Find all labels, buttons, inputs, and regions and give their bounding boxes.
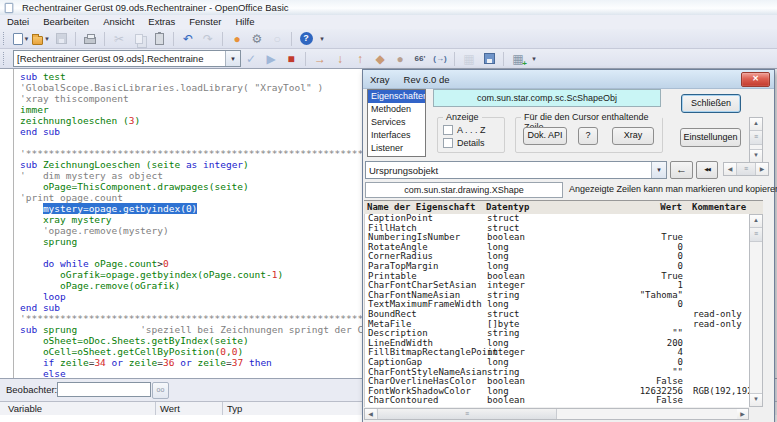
open-folder-icon[interactable]: ▼ (32, 30, 50, 47)
watch-glasses-icon[interactable]: oo (152, 382, 169, 399)
toolbar-overflow-icon[interactable]: ▾ (529, 50, 539, 67)
scroll-thumb[interactable]: ≡ (750, 228, 762, 242)
property-row[interactable]: TextMaximumFrameWidthlong0 (365, 300, 750, 310)
help-icon[interactable]: ? (297, 30, 315, 47)
step-over-icon: → (314, 53, 326, 65)
code-token: test (37, 71, 66, 82)
watch-col-typ[interactable]: Typ (227, 403, 242, 414)
menu-extras[interactable]: Extras (141, 15, 182, 29)
category-listener[interactable]: Listener (368, 142, 425, 155)
run-icon[interactable]: ▶ (262, 50, 280, 67)
checkbox-icon[interactable] (443, 125, 453, 135)
toolbar-grip[interactable] (3, 32, 7, 45)
scroll-left-icon[interactable]: ◀ (724, 163, 736, 175)
category-interfaces[interactable]: Interfaces (368, 129, 425, 142)
dok-api-button[interactable]: Dok. API (523, 127, 567, 145)
scroll-up-icon[interactable]: ▲ (750, 118, 762, 131)
table-scrollbar[interactable]: ▲ ≡ ▼ (749, 214, 763, 407)
dialog-scrollbar[interactable]: ▲ ≡ ▼ (749, 117, 763, 163)
schliessen-button[interactable]: Schließen (681, 94, 741, 113)
sort-az-checkbox[interactable]: A . . . Z (443, 125, 486, 135)
scroll-right-icon[interactable]: ▶ (737, 409, 748, 419)
step-into-icon[interactable]: ↓ (331, 50, 349, 67)
menu-datei[interactable]: Datei (0, 15, 36, 29)
watch-col-variable[interactable]: Variable (8, 403, 42, 414)
paste-icon (155, 33, 164, 45)
toolbar-overflow-icon[interactable]: ▾ (317, 30, 327, 47)
einstellungen-button[interactable]: Einstellungen (680, 128, 741, 147)
category-methoden[interactable]: Methoden (368, 103, 425, 116)
category-services[interactable]: Services (368, 116, 425, 129)
toolbar-separator (222, 32, 223, 46)
cut-icon[interactable]: ✂ (110, 30, 128, 47)
xray-title-bar[interactable]: Xray Rev 6.0 de (363, 70, 774, 89)
help-question-button[interactable]: ? (578, 127, 598, 145)
chevron-down-icon[interactable]: ▼ (44, 36, 50, 42)
undo-icon[interactable]: ↶ (179, 30, 197, 47)
breakpoint-gutter[interactable] (0, 69, 14, 379)
module-selector[interactable]: [Rechentrainer Gerüst 09.ods].Rechentrai… (13, 50, 241, 67)
inspected-class-field[interactable]: com.sun.star.comp.sc.ScShapeObj (433, 89, 661, 107)
watch-col-wert[interactable]: Wert (160, 403, 180, 414)
checkbox-icon[interactable] (443, 138, 453, 148)
manage-breakpoints-icon[interactable]: ● (391, 50, 409, 67)
property-name: CharContoured (368, 396, 438, 406)
property-row[interactable]: CaptionPointstruct (365, 214, 750, 224)
scroll-left-icon[interactable]: ◀ (365, 409, 376, 419)
property-row[interactable]: FillBitmapRectanglePointinteger4 (365, 348, 750, 358)
copy-icon[interactable] (130, 30, 148, 47)
menu-fenster[interactable]: Fenster (182, 15, 228, 29)
interface-name-field[interactable]: com.sun.star.drawing.XShape (365, 182, 563, 198)
column-divider[interactable] (222, 402, 223, 415)
table-horizontal-scrollbar[interactable]: ◀ ≡ ▶ (364, 408, 749, 420)
step-over-icon[interactable]: → (311, 50, 329, 67)
toolbar-grip[interactable] (3, 52, 7, 65)
category-eigenschaften[interactable]: Eigenschaften (368, 90, 425, 103)
watch-input[interactable] (57, 382, 151, 397)
chevron-down-icon[interactable]: ▼ (651, 162, 666, 178)
gallery-icon[interactable]: ○ (268, 30, 286, 47)
new-document-icon[interactable]: ▼ (12, 30, 30, 47)
save-icon[interactable] (52, 30, 70, 47)
save-source-icon[interactable] (480, 50, 498, 67)
stop-icon[interactable]: ■ (282, 50, 300, 67)
scroll-thumb[interactable]: ≡ (377, 409, 557, 419)
chevron-down-icon[interactable]: ▼ (225, 51, 240, 66)
compile-icon[interactable]: ✓ (242, 50, 260, 67)
mini-scrollbar[interactable]: ◀ ≡ ▶ (723, 162, 769, 176)
redo-icon[interactable]: ↷ (199, 30, 217, 47)
plus-badge-icon: + (522, 60, 527, 67)
step-out-icon[interactable]: ↑ (351, 50, 369, 67)
property-table-body[interactable]: CaptionPointstructFillHatchstructNumberi… (364, 214, 750, 407)
menu-bearbeiten[interactable]: Bearbeiten (36, 15, 96, 29)
column-divider[interactable] (155, 402, 156, 415)
gear-icon[interactable]: ⚙ (248, 30, 266, 47)
property-row[interactable]: CharContouredbooleanFalse (365, 396, 750, 406)
new-module-icon[interactable]: ▦+ (509, 50, 527, 67)
menu-hilfe[interactable]: Hilfe (228, 15, 261, 29)
scroll-thumb[interactable]: ≡ (736, 163, 756, 175)
watch-glasses-icon[interactable]: 66' (411, 50, 429, 67)
property-row[interactable]: BoundRectstructread-only (365, 310, 750, 320)
enable-watch-icon[interactable]: (→) (431, 50, 449, 67)
scroll-down-icon[interactable]: ▼ (750, 149, 762, 162)
go-to-first-button[interactable]: ◀◀ (696, 161, 718, 179)
navigator-icon[interactable]: ● (228, 30, 246, 47)
scroll-down-icon[interactable]: ▼ (750, 393, 762, 406)
origin-object-combo[interactable]: Ursprungsobjekt ▼ (365, 161, 667, 179)
print-icon[interactable] (81, 30, 99, 47)
menu-ansicht[interactable]: Ansicht (96, 15, 141, 29)
property-row[interactable]: ParaTopMarginlong0 (365, 262, 750, 272)
scroll-up-icon[interactable]: ▲ (750, 215, 762, 228)
modules-icon[interactable]: ▦ (460, 50, 478, 67)
breakpoint-icon[interactable]: ◆ (371, 50, 389, 67)
scroll-right-icon[interactable]: ▶ (756, 163, 768, 175)
paste-icon[interactable] (150, 30, 168, 47)
scroll-thumb[interactable]: ≡ (750, 131, 762, 145)
xray-button[interactable]: Xray (612, 127, 654, 145)
chevron-down-icon[interactable]: ▼ (24, 36, 30, 42)
details-checkbox[interactable]: Details (443, 138, 485, 148)
property-value: 4 (565, 348, 683, 358)
close-icon[interactable]: ✕ (741, 72, 770, 87)
back-arrow-button[interactable]: ← (670, 161, 693, 179)
